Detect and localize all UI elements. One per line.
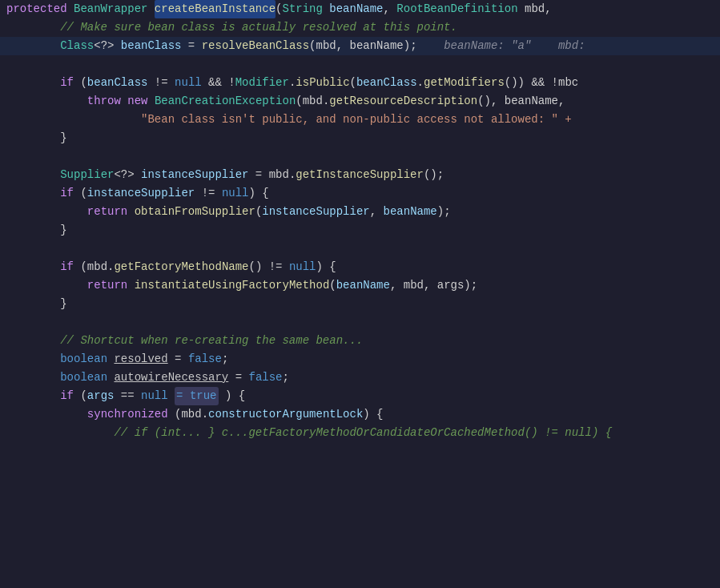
- token-comment: // Shortcut when re-creating the same be…: [6, 332, 363, 350]
- token-param: instanceSupplier: [262, 203, 369, 221]
- token-boolean: false: [248, 369, 282, 387]
- token-param: beanClass: [121, 37, 182, 55]
- token-null-val: null: [289, 258, 316, 276]
- token-param: beanName: [329, 0, 383, 18]
- token-plain: mbd,: [518, 0, 552, 18]
- token-type: Supplier: [60, 166, 114, 184]
- token-plain: [6, 258, 60, 276]
- token-plain: [6, 111, 141, 129]
- token-type: BeanCreationException: [155, 92, 296, 111]
- token-param: beanClass: [87, 74, 148, 92]
- code-line: }: [0, 129, 720, 147]
- token-null-val: null: [141, 387, 168, 405]
- token-kw: return: [87, 203, 127, 221]
- token-type: Modifier: [235, 74, 289, 92]
- token-plain: }: [6, 295, 67, 313]
- token-type: Class: [60, 37, 94, 55]
- token-plain: [6, 405, 87, 424]
- token-plain: [6, 424, 114, 442]
- token-punct: );: [437, 203, 451, 221]
- token-plain: }: [6, 129, 67, 147]
- token-plain: [6, 276, 87, 295]
- token-param: instanceSupplier: [141, 166, 248, 184]
- token-plain: [6, 37, 60, 55]
- code-line: [0, 240, 720, 258]
- token-annotation: autowireNecessary: [114, 369, 228, 387]
- token-method-sel: createBeanInstance: [155, 0, 276, 18]
- token-plain: [127, 203, 134, 221]
- code-line: "Bean class isn't public, and non-public…: [0, 111, 720, 129]
- code-line: protected BeanWrapper createBeanInstance…: [0, 0, 720, 18]
- token-plain: ) {: [219, 387, 246, 405]
- token-kw-blue: boolean: [60, 369, 107, 387]
- token-plain: =: [228, 369, 248, 387]
- token-punct: (: [276, 0, 282, 18]
- code-line: throw new BeanCreationException(mbd.getR…: [0, 92, 720, 111]
- token-plain: [6, 74, 60, 92]
- token-method: isPublic: [296, 74, 349, 92]
- token-true-val: = true: [175, 387, 218, 405]
- token-plain: [6, 203, 87, 221]
- code-line: [0, 55, 720, 74]
- code-line: synchronized (mbd.constructorArgumentLoc…: [0, 405, 720, 424]
- token-method: instantiateUsingFactoryMethod: [135, 276, 330, 295]
- token-plain: ;: [283, 369, 289, 387]
- token-plain: [127, 276, 134, 295]
- token-kw: new: [127, 92, 147, 111]
- code-line: // Make sure bean class is actually reso…: [0, 18, 720, 37]
- code-line: return obtainFromSupplier(instanceSuppli…: [0, 203, 720, 221]
- token-kw-blue: boolean: [60, 350, 107, 369]
- token-plain: (: [74, 387, 87, 405]
- token-plain: [121, 92, 127, 111]
- token-plain: (mbd.: [168, 405, 208, 424]
- code-line: if (mbd.getFactoryMethodName() != null) …: [0, 258, 720, 276]
- token-comment: // if (int... } c...getFactoryMethodOrCa…: [114, 424, 612, 442]
- token-method: getFactoryMethodName: [114, 258, 248, 276]
- token-plain: =: [168, 350, 188, 369]
- token-punct: ,: [384, 0, 397, 18]
- token-punct: () !=: [248, 258, 288, 276]
- code-line: if (args == null = true ) {: [0, 387, 720, 405]
- token-kw: if: [60, 387, 74, 405]
- token-plain: (: [74, 74, 87, 92]
- token-param: args: [87, 387, 115, 405]
- token-string: "Bean class isn't public, and non-public…: [141, 111, 572, 129]
- code-line: if (instanceSupplier != null) {: [0, 184, 720, 203]
- code-line: boolean autowireNecessary = false;: [0, 369, 720, 387]
- token-plain: [6, 387, 60, 405]
- code-editor: protected BeanWrapper createBeanInstance…: [0, 0, 720, 588]
- token-kw: throw: [87, 92, 121, 111]
- token-method: getModifiers: [424, 74, 505, 92]
- code-line: // Shortcut when re-creating the same be…: [0, 332, 720, 350]
- token-method: resolveBeanClass: [202, 37, 309, 55]
- token-plain: [107, 350, 114, 369]
- token-param: instanceSupplier: [87, 184, 195, 203]
- token-plain: (: [74, 184, 87, 203]
- token-method: getInstanceSupplier: [296, 166, 424, 184]
- token-null-val: null: [175, 74, 202, 92]
- token-boolean: false: [188, 350, 222, 369]
- token-plain: [6, 92, 87, 111]
- token-plain: [6, 166, 60, 184]
- code-line: // if (int... } c...getFactoryMethodOrCa…: [0, 424, 720, 442]
- token-punct: , mbd, args);: [390, 276, 477, 295]
- token-plain: [147, 92, 154, 111]
- token-plain: [107, 369, 114, 387]
- token-hint: beanName: "a" mbd:: [417, 37, 585, 55]
- token-param: beanName: [384, 203, 437, 221]
- token-plain: (mbd.: [74, 258, 114, 276]
- token-plain: ) {: [248, 184, 268, 203]
- token-null-val: null: [222, 184, 249, 203]
- token-plain: !=: [147, 74, 175, 92]
- token-punct: <?>: [94, 37, 121, 55]
- token-plain: [6, 369, 60, 387]
- token-plain: [147, 0, 154, 18]
- token-comment: // Make sure bean class is actually reso…: [6, 18, 457, 37]
- code-line: [0, 147, 720, 166]
- code-line: Class<?> beanClass = resolveBeanClass(mb…: [0, 37, 720, 55]
- token-plain: && !: [202, 74, 235, 92]
- token-type: RootBeanDefinition: [396, 0, 517, 18]
- token-plain: !=: [195, 184, 222, 203]
- token-punct: (: [329, 276, 336, 295]
- token-plain: ==: [114, 387, 141, 405]
